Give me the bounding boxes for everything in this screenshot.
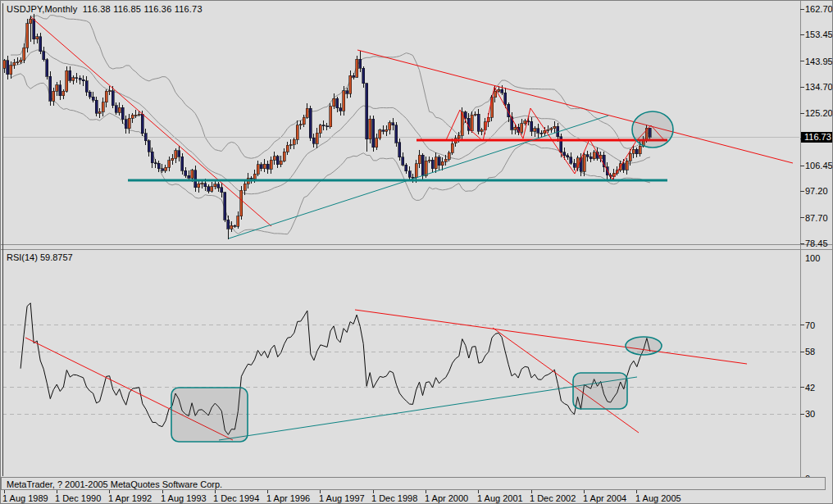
candle-body: [30, 19, 32, 23]
candle-body: [385, 129, 388, 131]
rsi-pane[interactable]: [2, 303, 798, 442]
candle-body: [501, 89, 503, 93]
date-axis-label: 1 Aug 1989: [2, 493, 48, 503]
candle-body: [444, 159, 447, 161]
candle-body: [260, 165, 262, 169]
candle-body: [632, 149, 635, 153]
candle-body: [408, 171, 411, 177]
candle-body: [33, 19, 35, 39]
candle-body: [234, 225, 236, 226]
candle-body: [524, 121, 526, 124]
candle-body: [398, 143, 401, 157]
candle-body: [59, 85, 61, 96]
candle-body: [270, 160, 272, 169]
candle-body: [194, 170, 197, 188]
price-scale-label: 87.70: [805, 213, 828, 223]
candle-body: [188, 175, 190, 178]
candle-body: [303, 117, 305, 125]
main-price-pane[interactable]: [2, 14, 799, 239]
candle-body: [376, 138, 378, 148]
candle-body: [49, 76, 52, 101]
candle-body: [207, 187, 210, 191]
candle-body: [319, 125, 321, 133]
rectangle-object[interactable]: [171, 388, 248, 442]
candle-body: [474, 114, 476, 115]
candle-body: [431, 160, 434, 168]
candle-body: [392, 123, 394, 125]
candle-body: [504, 93, 507, 104]
candle-body: [316, 133, 318, 143]
candle-body: [46, 60, 48, 76]
candle-body: [141, 114, 143, 133]
candle-body: [553, 126, 556, 128]
candle-body: [286, 145, 289, 152]
candle-body: [330, 107, 332, 127]
ellipse-object[interactable]: [626, 337, 662, 355]
candle-body: [326, 126, 329, 127]
candle-body: [563, 152, 566, 156]
rsi-scale-label: 70: [805, 320, 815, 330]
candle-body: [457, 135, 460, 138]
candle-body: [98, 111, 101, 113]
candle-body: [26, 24, 29, 48]
candle-body: [43, 52, 45, 60]
candle-body: [36, 37, 39, 39]
candle-body: [306, 108, 308, 117]
candle-body: [175, 151, 177, 159]
date-axis-label: 1 Aug 2001: [477, 493, 523, 503]
candle-body: [276, 157, 279, 165]
rsi-scale-label: 58: [805, 347, 815, 356]
candle-body: [191, 170, 193, 179]
rsi-scale-label: 100: [805, 253, 820, 263]
candle-body: [635, 149, 638, 153]
date-axis-label: 1 Dec 2002: [530, 493, 576, 503]
trendline-object[interactable]: [31, 17, 271, 226]
rsi-scale-label: 42: [805, 383, 815, 393]
candle-body: [201, 184, 203, 184]
price-scale-label: 125.20: [805, 108, 833, 118]
candle-body: [221, 188, 223, 193]
candle-body: [52, 91, 55, 101]
candle-body: [157, 163, 160, 169]
rsi-line[interactable]: [20, 303, 650, 435]
candle-body: [359, 59, 362, 68]
candle-body: [263, 164, 266, 169]
trendline-object[interactable]: [355, 310, 747, 364]
candle-body: [289, 144, 292, 145]
candle-body: [471, 115, 473, 130]
candle-body: [105, 91, 107, 102]
candle-body: [464, 112, 467, 118]
candle-body: [128, 118, 130, 128]
candle-body: [369, 119, 371, 138]
rectangle-object[interactable]: [573, 373, 627, 409]
candle-body: [13, 62, 16, 65]
date-axis-label: 1 Dec 1990: [55, 493, 101, 503]
candle-body: [125, 120, 127, 129]
status-bar-text: MetaTrader, ? 2001-2005 MetaQuotes Softw…: [7, 479, 222, 489]
candle-body: [171, 158, 174, 160]
candle-body: [214, 184, 216, 187]
candle-body: [62, 91, 65, 96]
candle-body: [448, 152, 450, 159]
candle-body: [280, 161, 282, 165]
candle-body: [224, 193, 226, 220]
candle-body: [244, 184, 246, 190]
chart-canvas[interactable]: [1, 1, 833, 504]
candle-body: [418, 155, 421, 164]
trendline-object[interactable]: [357, 50, 793, 163]
candle-body: [514, 127, 517, 129]
candle-body: [438, 157, 440, 166]
candle-body: [162, 169, 164, 170]
candle-body: [151, 152, 153, 163]
candle-body: [165, 167, 167, 170]
price-scale-label: 97.20: [805, 186, 828, 196]
candle-body: [547, 129, 549, 130]
candle-body: [253, 174, 256, 179]
ellipse-object[interactable]: [632, 111, 673, 148]
candle-body: [230, 225, 233, 229]
candle-body: [540, 133, 543, 134]
price-scale-label: 162.70: [805, 4, 833, 14]
candle-body: [583, 155, 585, 171]
candle-body: [250, 178, 253, 179]
candle-body: [322, 125, 325, 126]
